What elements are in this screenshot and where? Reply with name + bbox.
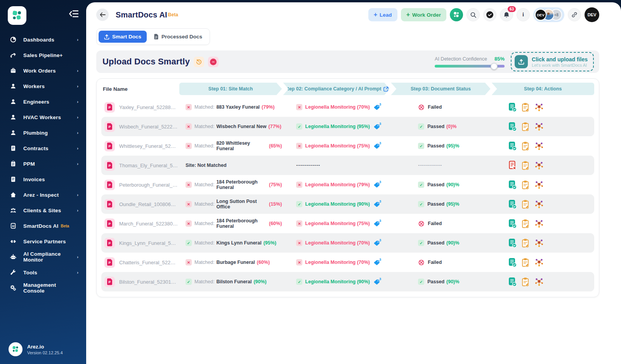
brand-apps-button[interactable] xyxy=(450,8,463,21)
site-match-prefix: Matched: xyxy=(194,240,214,246)
confidence-slider[interactable] xyxy=(435,65,505,68)
edit-compliance-button[interactable] xyxy=(521,199,530,209)
document-status: Failed xyxy=(428,260,442,265)
share-actions-button[interactable] xyxy=(534,122,544,131)
add-work-order-button[interactable]: + Work Order xyxy=(401,8,446,21)
tags-icon[interactable]: 3 xyxy=(374,182,381,188)
share-actions-button[interactable] xyxy=(534,258,544,267)
sidebar-item-ppm[interactable]: PPM› xyxy=(0,156,86,172)
document-error-button[interactable] xyxy=(508,161,517,170)
view-document-button[interactable] xyxy=(508,238,517,248)
share-actions-button[interactable] xyxy=(534,277,544,286)
edit-compliance-button[interactable] xyxy=(521,180,530,190)
tools-icon xyxy=(9,269,17,276)
search-button[interactable] xyxy=(467,8,480,21)
tags-icon[interactable]: 3 xyxy=(374,260,381,265)
sidebar-item-management-console[interactable]: Management Console xyxy=(0,280,86,296)
search-icon xyxy=(470,12,476,18)
tags-icon[interactable]: 3 xyxy=(374,104,381,110)
document-status-percent: (90)% xyxy=(446,240,459,246)
status-cell: ------------ xyxy=(391,163,490,168)
external-link-icon[interactable] xyxy=(383,87,389,92)
check-badge-icon: ✓ xyxy=(418,201,424,207)
tab-processed-docs[interactable]: Processed Docs xyxy=(148,31,208,43)
edit-compliance-button[interactable] xyxy=(521,122,530,132)
sidebar-item-smartdocs-ai[interactable]: AISmartDocs AIBeta xyxy=(0,218,86,234)
edit-compliance-button[interactable] xyxy=(521,258,530,267)
sidebar-item-engineers[interactable]: Engineers› xyxy=(0,94,86,109)
section-title: Upload Docs Smartly xyxy=(102,57,190,67)
tags-icon[interactable]: 3 xyxy=(374,124,381,130)
view-document-button[interactable] xyxy=(508,219,517,229)
sidebar-item-dashboards[interactable]: Dashboards› xyxy=(0,32,86,47)
history-button[interactable] xyxy=(194,57,204,67)
upload-banner: Upload Docs Smartly – AI Detection Confi… xyxy=(96,50,599,73)
sidebar-item-tools[interactable]: Tools› xyxy=(0,265,86,280)
sidebar-item-work-orders[interactable]: Work Orders› xyxy=(0,63,86,78)
edit-compliance-button[interactable] xyxy=(521,238,530,248)
upload-dropzone[interactable]: Click and upload files Let's work with S… xyxy=(511,52,594,71)
edit-compliance-button[interactable] xyxy=(521,277,530,287)
share-actions-button[interactable] xyxy=(534,238,544,248)
sidebar-item-clients-sites[interactable]: Clients & Sites› xyxy=(0,203,86,218)
notifications-button[interactable]: 63 xyxy=(500,8,513,21)
tags-icon[interactable]: 3 xyxy=(374,201,381,207)
share-actions-button[interactable] xyxy=(534,219,544,228)
edit-compliance-button[interactable] xyxy=(521,141,530,151)
team-avatars[interactable]: DEV +8 xyxy=(533,7,564,22)
tags-icon[interactable]: 3 xyxy=(374,279,381,285)
share-actions-button[interactable] xyxy=(534,199,544,209)
view-document-button[interactable] xyxy=(508,102,517,112)
edit-compliance-button[interactable] xyxy=(521,219,530,229)
sidebar-item-plumbing[interactable]: Plumbing› xyxy=(0,125,86,140)
actions-cell xyxy=(492,122,594,132)
remove-button[interactable]: – xyxy=(208,57,219,67)
tab-smart-docs[interactable]: Smart Docs xyxy=(99,31,147,43)
sidebar-item-contracts[interactable]: Contracts› xyxy=(0,140,86,156)
work-orders-icon xyxy=(9,67,17,75)
verified-status-button[interactable] xyxy=(483,8,496,21)
sidebar-item-ai-compliance-monitor[interactable]: AI Compliance Monitor› xyxy=(0,249,86,265)
sidebar-item-arez-inspect[interactable]: Arez - Inspect› xyxy=(0,187,86,203)
sidebar-item-sales-pipeline[interactable]: Sales Pipeline+ xyxy=(0,47,86,63)
back-button[interactable] xyxy=(96,9,109,21)
document-status-percent: (90)% xyxy=(446,279,459,284)
sidebar-item-invoices[interactable]: Invoices xyxy=(0,172,86,187)
sidebar-item-label: Management Console xyxy=(23,282,78,294)
view-document-button[interactable] xyxy=(508,199,517,209)
share-actions-button[interactable] xyxy=(534,180,544,189)
tag-count: 3 xyxy=(379,219,381,223)
share-actions-button[interactable] xyxy=(534,141,544,151)
view-document-button[interactable] xyxy=(508,258,517,267)
slider-thumb[interactable] xyxy=(491,63,498,70)
sidebar-item-workers[interactable]: Workers› xyxy=(0,78,86,94)
tags-icon[interactable]: 3 xyxy=(374,240,381,246)
document-status: Passed xyxy=(427,182,444,187)
view-document-button[interactable] xyxy=(508,277,517,287)
site-match-name: Burbage Funeral xyxy=(216,260,255,265)
share-actions-button[interactable] xyxy=(534,102,544,112)
view-document-button[interactable] xyxy=(508,141,517,151)
edit-compliance-button[interactable] xyxy=(521,161,530,170)
tag-count: 3 xyxy=(379,122,381,126)
info-button[interactable]: i xyxy=(517,8,530,21)
sidebar-collapse-icon[interactable] xyxy=(69,10,78,19)
sidebar-item-hvac-workers[interactable]: HVAC Workers› xyxy=(0,109,86,125)
add-lead-button[interactable]: + Lead xyxy=(368,8,397,21)
edit-compliance-button[interactable] xyxy=(521,102,530,112)
copy-link-button[interactable] xyxy=(568,8,581,21)
chevron-right-icon: › xyxy=(77,270,78,275)
document-status: Passed xyxy=(427,124,444,129)
sidebar-item-service-partners[interactable]: Service Partners xyxy=(0,234,86,249)
tags-icon[interactable]: 3 xyxy=(374,221,381,227)
view-document-button[interactable] xyxy=(508,122,517,132)
view-document-button[interactable] xyxy=(508,180,517,190)
document-status: ------------ xyxy=(418,163,442,168)
column-step4: Step 04: Actions xyxy=(492,83,594,95)
tags-icon[interactable]: 3 xyxy=(374,143,381,149)
svg-text:P: P xyxy=(108,203,111,206)
site-match-percent: (65%) xyxy=(269,143,282,149)
share-actions-button[interactable] xyxy=(534,161,544,170)
file-name: Whittlesey_Funeral_5228... xyxy=(119,143,178,149)
user-avatar[interactable]: DEV xyxy=(585,7,599,22)
